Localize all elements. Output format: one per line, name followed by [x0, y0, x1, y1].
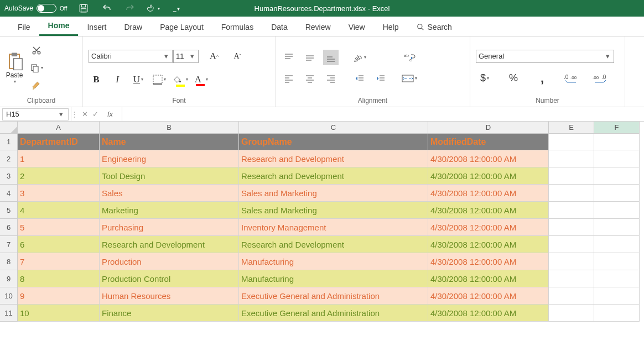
row-head[interactable]: 4: [0, 185, 18, 202]
cell[interactable]: Sales: [100, 185, 239, 202]
cell[interactable]: 4/30/2008 12:00:00 AM: [428, 253, 549, 270]
align-right-button[interactable]: [323, 71, 339, 86]
align-middle-button[interactable]: [302, 50, 318, 65]
bold-button[interactable]: B: [89, 72, 104, 87]
cut-button[interactable]: [30, 44, 43, 57]
cell[interactable]: [549, 134, 594, 150]
header-cell[interactable]: DepartmentID: [18, 134, 100, 150]
paste-button[interactable]: Paste ▾: [6, 51, 23, 84]
row-head[interactable]: 7: [0, 236, 18, 253]
tab-help[interactable]: Help: [374, 18, 408, 36]
cell[interactable]: 4/30/2008 12:00:00 AM: [428, 185, 549, 202]
accounting-format-button[interactable]: $▾: [476, 71, 494, 86]
tab-data[interactable]: Data: [262, 18, 297, 36]
cell[interactable]: 8: [18, 270, 100, 287]
cell[interactable]: [549, 270, 594, 287]
tab-file[interactable]: File: [9, 18, 39, 36]
cell[interactable]: Manufacturing: [239, 253, 428, 270]
font-size-combo[interactable]: 11 ▾: [173, 50, 199, 63]
header-cell[interactable]: GroupName: [239, 134, 428, 150]
header-cell[interactable]: ModifiedDate: [428, 134, 549, 150]
row-head[interactable]: 5: [0, 202, 18, 219]
cell[interactable]: [549, 253, 594, 270]
align-center-button[interactable]: [302, 71, 318, 86]
col-head-C[interactable]: C: [239, 122, 428, 134]
cell[interactable]: [594, 253, 640, 270]
font-name-combo[interactable]: Calibri ▾: [89, 50, 173, 63]
cell[interactable]: [549, 167, 594, 185]
cell[interactable]: Tool Design: [100, 167, 239, 185]
cell[interactable]: 5: [18, 219, 100, 236]
borders-button[interactable]: ▾: [152, 72, 167, 87]
copy-button[interactable]: ▾: [30, 61, 43, 75]
cell[interactable]: 4/30/2008 12:00:00 AM: [428, 305, 549, 322]
undo-icon[interactable]: [100, 2, 113, 15]
decrease-indent-button[interactable]: [352, 71, 367, 86]
cell[interactable]: Inventory Management: [239, 219, 428, 236]
cell[interactable]: [594, 134, 640, 150]
cell[interactable]: 4/30/2008 12:00:00 AM: [428, 202, 549, 219]
cell[interactable]: 4/30/2008 12:00:00 AM: [428, 219, 549, 236]
cell[interactable]: [594, 150, 640, 167]
cell[interactable]: [594, 270, 640, 287]
name-box-expand[interactable]: ⋮: [71, 107, 77, 121]
tab-home[interactable]: Home: [39, 17, 79, 36]
cell[interactable]: [594, 185, 640, 202]
fx-icon[interactable]: fx: [103, 110, 117, 118]
cell[interactable]: [594, 236, 640, 253]
redo-icon[interactable]: [123, 2, 137, 15]
cell[interactable]: [594, 202, 640, 219]
autosave-toggle[interactable]: AutoSave Off: [4, 4, 67, 13]
cell[interactable]: 4/30/2008 12:00:00 AM: [428, 287, 549, 305]
percent-format-button[interactable]: %: [505, 71, 522, 86]
tab-draw[interactable]: Draw: [115, 18, 151, 36]
cell[interactable]: 4/30/2008 12:00:00 AM: [428, 167, 549, 185]
cell[interactable]: Research and Development: [239, 150, 428, 167]
spreadsheet-grid[interactable]: A B C D E F 1DepartmentIDNameGroupNameMo…: [0, 122, 644, 322]
format-painter-button[interactable]: [30, 79, 43, 92]
cell[interactable]: [549, 202, 594, 219]
row-head[interactable]: 6: [0, 219, 18, 236]
select-all-corner[interactable]: [0, 122, 18, 134]
cell[interactable]: Research and Development: [100, 236, 239, 253]
enter-icon[interactable]: ✓: [92, 110, 98, 118]
cell[interactable]: Production Control: [100, 270, 239, 287]
cancel-icon[interactable]: ✕: [82, 110, 88, 118]
cell[interactable]: Manufacturing: [239, 270, 428, 287]
col-head-E[interactable]: E: [549, 122, 594, 134]
number-format-combo[interactable]: General ▾: [476, 50, 614, 63]
qat-customize-icon[interactable]: ‗▾: [170, 2, 183, 15]
name-box[interactable]: H15 ▾: [2, 108, 69, 120]
row-head[interactable]: 11: [0, 305, 18, 322]
cell[interactable]: Marketing: [100, 202, 239, 219]
cell[interactable]: [549, 236, 594, 253]
row-head[interactable]: 10: [0, 287, 18, 305]
col-head-D[interactable]: D: [428, 122, 549, 134]
increase-font-button[interactable]: A^: [206, 49, 222, 64]
tab-page-layout[interactable]: Page Layout: [151, 18, 212, 36]
increase-indent-button[interactable]: [373, 71, 388, 86]
wrap-text-button[interactable]: abc: [402, 50, 417, 65]
row-head[interactable]: 9: [0, 270, 18, 287]
tab-insert[interactable]: Insert: [78, 18, 115, 36]
cell[interactable]: 1: [18, 150, 100, 167]
cell[interactable]: Finance: [100, 305, 239, 322]
cell[interactable]: 9: [18, 287, 100, 305]
decrease-font-button[interactable]: Aˇ: [230, 49, 245, 64]
cell[interactable]: Sales and Marketing: [239, 185, 428, 202]
cell[interactable]: [549, 219, 594, 236]
tab-formulas[interactable]: Formulas: [212, 18, 262, 36]
cell[interactable]: 6: [18, 236, 100, 253]
tab-search[interactable]: Search: [408, 18, 461, 36]
orientation-button[interactable]: ab▾: [352, 50, 367, 65]
cell[interactable]: 2: [18, 167, 100, 185]
align-left-button[interactable]: [281, 71, 297, 86]
cell[interactable]: 4/30/2008 12:00:00 AM: [428, 150, 549, 167]
cell[interactable]: 4/30/2008 12:00:00 AM: [428, 270, 549, 287]
cell[interactable]: Research and Development: [239, 167, 428, 185]
cell[interactable]: Purchasing: [100, 219, 239, 236]
row-head[interactable]: 3: [0, 167, 18, 185]
merge-center-button[interactable]: ▾: [402, 71, 417, 86]
cell[interactable]: Engineering: [100, 150, 239, 167]
underline-button[interactable]: U▾: [131, 72, 146, 87]
